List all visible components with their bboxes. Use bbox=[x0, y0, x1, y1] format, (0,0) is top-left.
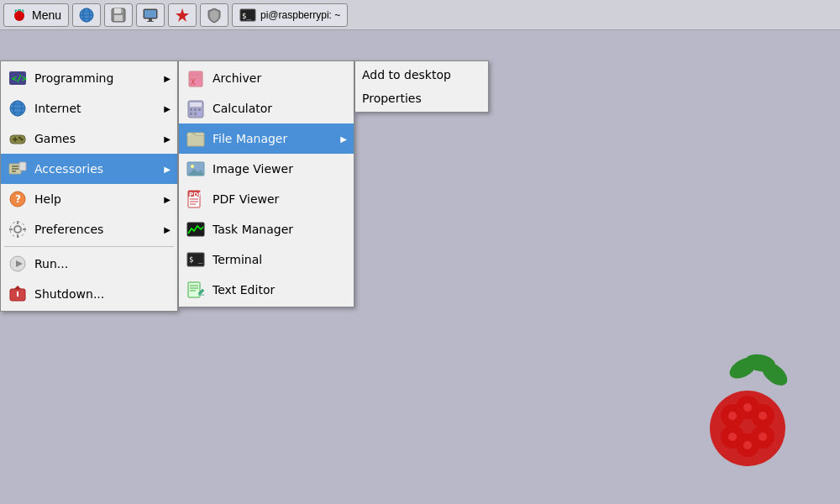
calculator-label: Calculator bbox=[213, 102, 347, 115]
star-button[interactable] bbox=[168, 3, 197, 27]
menu-button[interactable]: Menu bbox=[3, 3, 69, 27]
svg-rect-18 bbox=[147, 21, 154, 22]
programming-icon: </> bbox=[8, 68, 28, 88]
add-to-desktop-label: Add to desktop bbox=[362, 68, 481, 81]
menu-label: Menu bbox=[32, 8, 61, 22]
terminal-acc-label: Terminal bbox=[213, 253, 347, 266]
calculator-icon bbox=[186, 98, 206, 118]
acc-item-archiver[interactable]: X Archiver bbox=[179, 63, 354, 93]
svg-text:$_: $_ bbox=[242, 12, 251, 20]
ctx-add-to-desktop[interactable]: Add to desktop bbox=[355, 63, 488, 87]
shutdown-icon bbox=[8, 284, 28, 304]
file-manager-context-menu: Add to desktop Properties bbox=[354, 60, 489, 113]
acc-item-text-editor[interactable]: Text Editor bbox=[179, 275, 354, 305]
programming-arrow: ▶ bbox=[164, 74, 171, 83]
svg-text:$ _: $ _ bbox=[189, 255, 203, 264]
image-viewer-label: Image Viewer bbox=[213, 162, 347, 176]
svg-rect-17 bbox=[149, 18, 152, 21]
preferences-label: Preferences bbox=[34, 223, 157, 236]
menu-item-run[interactable]: Run... bbox=[1, 249, 177, 279]
browser-button[interactable] bbox=[72, 3, 101, 27]
preferences-icon bbox=[8, 219, 28, 239]
file-manager-icon bbox=[186, 129, 206, 149]
properties-label: Properties bbox=[362, 92, 481, 105]
svg-text:PDF: PDF bbox=[189, 192, 202, 198]
accessories-icon bbox=[8, 159, 28, 179]
acc-item-pdf-viewer[interactable]: PDF PDF Viewer bbox=[179, 184, 354, 214]
task-manager-icon bbox=[186, 219, 206, 239]
svg-rect-62 bbox=[23, 228, 26, 230]
internet-arrow: ▶ bbox=[164, 104, 171, 113]
svg-rect-74 bbox=[190, 108, 192, 111]
menu-item-programming[interactable]: </> Programming ▶ bbox=[1, 63, 177, 93]
menu-item-preferences[interactable]: Preferences ▶ bbox=[1, 214, 177, 244]
pdf-viewer-label: PDF Viewer bbox=[213, 192, 347, 206]
svg-marker-19 bbox=[176, 8, 189, 22]
help-arrow: ▶ bbox=[164, 195, 171, 204]
file-manager-arrow: ▶ bbox=[340, 134, 347, 144]
menu-divider-1 bbox=[4, 246, 174, 247]
svg-text:X: X bbox=[191, 79, 196, 87]
svg-rect-75 bbox=[194, 108, 197, 111]
internet-label: Internet bbox=[34, 102, 157, 115]
menu-item-games[interactable]: Games ▶ bbox=[1, 123, 177, 154]
accessories-arrow: ▶ bbox=[164, 165, 171, 174]
ctx-properties[interactable]: Properties bbox=[355, 87, 488, 110]
svg-rect-60 bbox=[17, 234, 18, 238]
text-editor-label: Text Editor bbox=[213, 283, 347, 297]
run-label: Run... bbox=[34, 257, 171, 270]
archiver-label: Archiver bbox=[213, 71, 347, 85]
acc-item-terminal[interactable]: $ _ Terminal bbox=[179, 244, 354, 275]
svg-rect-12 bbox=[114, 8, 121, 13]
svg-rect-16 bbox=[144, 10, 156, 18]
svg-point-49 bbox=[18, 137, 21, 139]
acc-item-calculator[interactable]: Calculator bbox=[179, 93, 354, 123]
internet-icon bbox=[8, 98, 28, 118]
svg-marker-66 bbox=[14, 286, 21, 289]
menu-overlay: </> Programming ▶ Internet bbox=[0, 30, 840, 504]
floppy-icon bbox=[110, 7, 127, 24]
svg-rect-54 bbox=[19, 162, 26, 171]
task-manager-label: Task Manager bbox=[213, 223, 347, 236]
shield-button[interactable] bbox=[200, 3, 228, 27]
games-icon bbox=[8, 129, 28, 149]
svg-rect-79 bbox=[198, 113, 201, 115]
svg-rect-13 bbox=[114, 15, 123, 21]
acc-item-task-manager[interactable]: Task Manager bbox=[179, 214, 354, 244]
svg-point-82 bbox=[191, 165, 194, 168]
svg-rect-78 bbox=[194, 113, 197, 115]
menu-item-accessories[interactable]: Accessories ▶ bbox=[1, 154, 177, 184]
menu-item-shutdown[interactable]: Shutdown... bbox=[1, 279, 177, 309]
help-icon: ? bbox=[8, 189, 28, 209]
raspberry-icon bbox=[11, 7, 28, 24]
terminal-label: pi@raspberrypi: ~ bbox=[260, 9, 340, 21]
file-manager-label: File Manager bbox=[213, 132, 333, 145]
taskbar: Menu bbox=[0, 0, 840, 30]
programming-label: Programming bbox=[34, 71, 157, 85]
text-editor-icon bbox=[186, 280, 206, 300]
terminal-icon: $_ bbox=[239, 7, 256, 24]
acc-item-image-viewer[interactable]: Image Viewer bbox=[179, 154, 354, 184]
monitor-icon bbox=[142, 7, 159, 24]
files-button[interactable] bbox=[104, 3, 133, 27]
games-label: Games bbox=[34, 132, 157, 145]
screen-button[interactable] bbox=[136, 3, 165, 27]
svg-rect-77 bbox=[190, 113, 192, 115]
svg-rect-59 bbox=[17, 221, 18, 224]
svg-rect-73 bbox=[190, 102, 202, 107]
star-icon bbox=[174, 7, 191, 24]
help-label: Help bbox=[34, 192, 157, 206]
menu-item-internet[interactable]: Internet ▶ bbox=[1, 93, 177, 123]
games-arrow: ▶ bbox=[164, 134, 171, 144]
pdf-viewer-icon: PDF bbox=[186, 189, 206, 209]
shield-icon bbox=[206, 7, 223, 24]
shutdown-label: Shutdown... bbox=[34, 287, 171, 301]
terminal-button[interactable]: $_ pi@raspberrypi: ~ bbox=[232, 3, 348, 27]
archiver-icon: X bbox=[186, 68, 206, 88]
svg-point-48 bbox=[21, 139, 24, 141]
svg-rect-14 bbox=[121, 9, 123, 13]
accessories-submenu: X Archiver bbox=[178, 60, 354, 307]
menu-item-help[interactable]: ? Help ▶ bbox=[1, 184, 177, 214]
acc-item-file-manager[interactable]: File Manager ▶ bbox=[179, 123, 354, 154]
svg-text:</>: </> bbox=[12, 74, 27, 83]
